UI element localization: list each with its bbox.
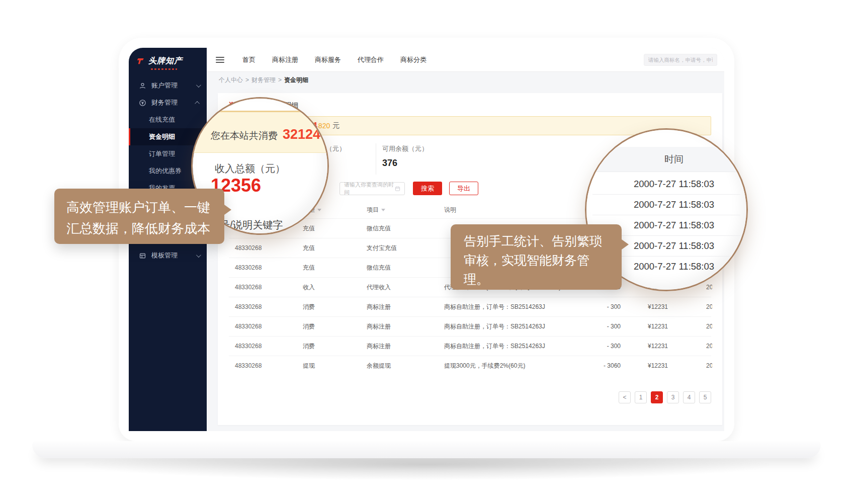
- breadcrumb-item[interactable]: 财务管理: [251, 76, 276, 85]
- cell-type: 充值: [303, 244, 367, 253]
- table-row: 48330268 消费 商标注册 商标自助注册，订单号：SB2514263J -…: [229, 336, 711, 356]
- sidebar-subitem-label: 我的优惠券: [149, 166, 182, 176]
- pagination-page-3[interactable]: 3: [667, 391, 679, 403]
- search-button[interactable]: 搜索: [413, 182, 442, 195]
- nav-tab-agency-cooperation[interactable]: 代理合作: [358, 55, 384, 64]
- cell-time: 2000-7-27 11:58:03: [688, 303, 712, 310]
- sort-caret-icon: [381, 209, 385, 211]
- cell-project: 支付宝充值: [367, 244, 444, 253]
- cell-balance: ¥12231: [628, 303, 688, 310]
- callout-right: 告别手工统计、告别繁琐审核，实现智能财务管理。: [451, 224, 622, 290]
- nav-tab-trademark-classification[interactable]: 商标分类: [400, 55, 426, 64]
- cell-type: 消费: [303, 342, 367, 351]
- brand-logo[interactable]: 头牌知产: [129, 48, 207, 66]
- sidebar-item-finance[interactable]: 财务管理: [129, 94, 207, 111]
- sidebar-subitem-label: 在线充值: [149, 115, 175, 124]
- pagination-page-2-active[interactable]: 2: [651, 391, 663, 403]
- menu-toggle-icon[interactable]: [216, 57, 224, 63]
- magnified-income-label: 收入总额（元）: [215, 162, 285, 176]
- cell-balance: ¥12231: [628, 362, 688, 369]
- pagination-prev-button[interactable]: <: [619, 391, 631, 403]
- cell-type: 收入: [303, 283, 367, 292]
- breadcrumb-item[interactable]: 个人中心: [219, 76, 243, 85]
- cell-project: 余额提现: [367, 362, 444, 370]
- finance-icon: [139, 99, 146, 107]
- banner-consumed-suffix: 820: [318, 122, 330, 130]
- cell-project: 微信充值: [367, 264, 444, 272]
- breadcrumb: 个人中心 > 财务管理 > 资金明细: [207, 72, 724, 88]
- sidebar-item-template[interactable]: 模板管理: [129, 247, 207, 264]
- nav-tab-trademark-services[interactable]: 商标服务: [315, 55, 341, 64]
- breadcrumb-current: 资金明细: [284, 76, 308, 85]
- cell-order: 48330268: [229, 323, 303, 330]
- pagination: < 1 2 3 4 5: [229, 391, 711, 403]
- cell-balance: ¥12231: [628, 323, 688, 330]
- pagination-page-5[interactable]: 5: [699, 391, 711, 403]
- cell-project: 商标注册: [367, 322, 444, 331]
- cell-order: 48330268: [229, 264, 303, 271]
- template-icon: [139, 252, 146, 260]
- cell-desc: 商标自助注册，订单号：SB2514263J: [444, 303, 577, 311]
- cell-type: 消费: [303, 303, 367, 311]
- date-input-placeholder: 请输入你要查询的时间: [344, 181, 395, 196]
- magnified-time-header: 时间: [586, 147, 746, 172]
- breadcrumb-separator: >: [278, 76, 282, 83]
- magnified-time-cell: 2000-7-27 11:58:03: [586, 174, 746, 194]
- export-button[interactable]: 导出: [449, 182, 478, 195]
- sidebar-subitem-label: 资金明细: [149, 132, 175, 141]
- cell-order: 48330268: [229, 303, 303, 310]
- sort-caret-icon: [317, 209, 321, 211]
- col-header-desc: 说明: [444, 206, 577, 214]
- banner-unit: 元: [332, 121, 339, 130]
- cell-type: 充值: [303, 224, 367, 233]
- brand-logo-icon: [137, 57, 144, 65]
- calendar-icon: [395, 186, 400, 192]
- table-row: 48330268 消费 商标注册 商标自助注册，订单号：SB2514263J -…: [229, 316, 711, 336]
- chevron-down-icon: [196, 253, 201, 258]
- cell-project: 微信充值: [367, 224, 444, 233]
- cell-desc: 商标自助注册，订单号：SB2514263J: [444, 342, 577, 351]
- trademark-search-input[interactable]: [644, 54, 717, 66]
- nav-tabs: 首页 商标注册 商标服务 代理合作 商标分类: [242, 55, 426, 64]
- cell-desc: 商标自助注册，订单号：SB2514263J: [444, 322, 577, 331]
- magnified-banner-text: 您在本站共消费32124: [211, 127, 320, 142]
- cell-order: 48330268: [229, 284, 303, 291]
- breadcrumb-separator: >: [245, 76, 249, 83]
- cell-type: 消费: [303, 322, 367, 331]
- nav-tab-trademark-registration[interactable]: 商标注册: [272, 55, 298, 64]
- sidebar-subitem-label: 订单管理: [149, 149, 175, 158]
- user-icon: [139, 82, 146, 90]
- sidebar-item-online-recharge[interactable]: 在线充值: [129, 111, 207, 128]
- pagination-page-4[interactable]: 4: [683, 391, 695, 403]
- sidebar-item-label: 账户管理: [151, 81, 178, 90]
- date-query-input[interactable]: 请输入你要查询的时间: [339, 182, 405, 195]
- cell-time: 2000-7-27 11:58:03: [688, 343, 712, 350]
- table-row: 48330268 提现 余额提现 提现3000元，手续费2%(60元) - 30…: [229, 356, 711, 375]
- stat-available-balance: 可用余额（元） 376: [376, 143, 428, 175]
- top-navbar: 首页 商标注册 商标服务 代理合作 商标分类: [207, 48, 724, 72]
- cell-balance: ¥12231: [628, 343, 688, 350]
- cell-amount: - 3060: [577, 362, 628, 369]
- cell-type: 提现: [303, 362, 367, 370]
- cell-desc: 提现3000元，手续费2%(60元): [444, 362, 577, 370]
- stat-value: 376: [382, 158, 428, 169]
- page: 头牌知产 账户管理 财务管理: [0, 0, 853, 504]
- cell-order: 48330268: [229, 343, 303, 350]
- cell-order: 48330268: [229, 362, 303, 369]
- nav-tab-home[interactable]: 首页: [242, 55, 255, 64]
- chevron-down-icon: [196, 82, 201, 88]
- cell-time: 2000-7-27 11:58:03: [688, 362, 712, 369]
- cell-time: 2000-7-27 11:58:03: [688, 323, 712, 330]
- sidebar-item-account[interactable]: 账户管理: [129, 77, 207, 94]
- cell-amount: - 300: [577, 303, 628, 310]
- cell-amount: - 300: [577, 323, 628, 330]
- col-header-project[interactable]: 项目: [367, 206, 444, 214]
- brand-name: 头牌知产: [148, 56, 183, 66]
- stat-label: 可用余额（元）: [382, 144, 428, 153]
- cell-amount: - 300: [577, 343, 628, 350]
- table-row: 48330268 消费 商标注册 商标自助注册，订单号：SB2514263J -…: [229, 297, 711, 316]
- pagination-page-1[interactable]: 1: [635, 391, 647, 403]
- cell-project: 商标注册: [367, 303, 444, 311]
- sidebar-item-label: 模板管理: [151, 251, 178, 260]
- brand-tagline: [151, 68, 177, 70]
